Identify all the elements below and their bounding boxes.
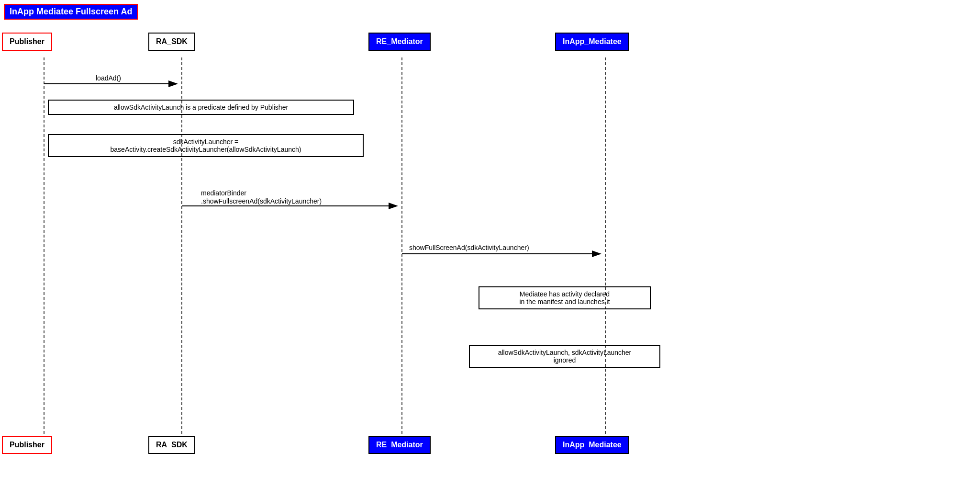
sdk-activity-launcher-note: sdkActivityLauncher = baseActivity.creat… [48,134,364,157]
svg-text:loadAd(): loadAd() [96,74,121,82]
participant-remediator-bottom: RE_Mediator [368,436,431,454]
participant-publisher-top: Publisher [2,33,52,51]
participant-inapp-top: InApp_Mediatee [555,33,629,51]
diagram-title: InApp Mediatee Fullscreen Ad [4,4,138,20]
svg-text:.showFullscreenAd(sdkActivityL: .showFullscreenAd(sdkActivityLauncher) [201,197,322,205]
mediatee-note: Mediatee has activity declared in the ma… [479,286,651,309]
diagram-svg: loadAd() mediatorBinder .showFullscreenA… [0,0,980,488]
svg-text:mediatorBinder: mediatorBinder [201,189,246,197]
participant-inapp-bottom: InApp_Mediatee [555,436,629,454]
diagram-container: InApp Mediatee Fullscreen Ad Publisher R… [0,0,980,488]
participant-rasdk-top: RA_SDK [148,33,195,51]
allow-sdk-note: allowSdkActivityLaunch is a predicate de… [48,100,354,115]
participant-rasdk-bottom: RA_SDK [148,436,195,454]
participant-publisher-bottom: Publisher [2,436,52,454]
svg-text:showFullScreenAd(sdkActivityLa: showFullScreenAd(sdkActivityLauncher) [409,244,529,251]
participant-remediator-top: RE_Mediator [368,33,431,51]
allow-sdk-ignored-note: allowSdkActivityLaunch, sdkActivityLaunc… [469,345,660,368]
